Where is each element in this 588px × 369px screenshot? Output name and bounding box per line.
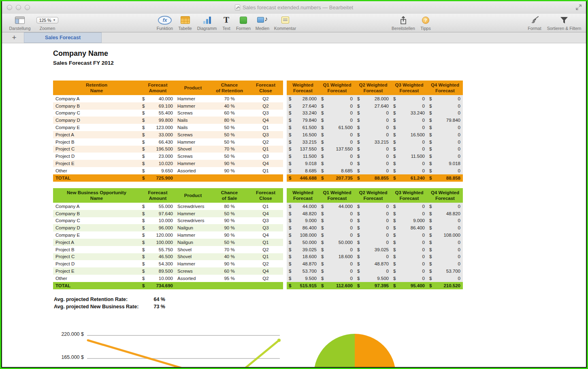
cell-name[interactable]: Project B — [53, 246, 140, 253]
cell-name[interactable]: Company A — [53, 203, 140, 210]
total-cell-chance[interactable] — [211, 174, 248, 182]
cell-q4[interactable]: $0 — [427, 239, 463, 246]
cell-name[interactable]: Other — [53, 275, 140, 282]
fullscreen-icon[interactable] — [575, 4, 582, 11]
cell-close[interactable]: Q3 — [248, 224, 283, 231]
cell-chance[interactable]: 70 % — [211, 246, 248, 253]
cell-wf[interactable]: $27.640 — [287, 102, 319, 110]
cell-q4[interactable]: $0 — [427, 275, 463, 282]
cell-wf[interactable]: $28.000 — [287, 95, 319, 102]
cell-q3[interactable]: $0 — [391, 275, 427, 282]
cell-wf[interactable]: $86.400 — [287, 224, 319, 231]
cell-q2[interactable]: $0 — [355, 224, 391, 231]
format-button[interactable]: Format — [524, 15, 545, 31]
cell-q2[interactable]: $28.000 — [355, 95, 391, 102]
cell-product[interactable]: Assorted — [175, 167, 211, 174]
cell-amount[interactable]: $10.000 — [140, 217, 175, 225]
cell-product[interactable]: Screws — [175, 131, 211, 138]
cell-chance[interactable]: 40 % — [211, 102, 248, 110]
title-bar[interactable]: Sales forecast extended.numbers — Bearbe… — [2, 1, 586, 14]
cell-q4[interactable]: $0 — [427, 167, 463, 174]
cell-wf[interactable]: $48.820 — [287, 210, 319, 217]
cell-product[interactable]: Screwdrivers — [175, 217, 211, 225]
zoom-dropdown[interactable]: 125 % ▼ — [36, 17, 58, 23]
total-cell-amount[interactable]: $734.690 — [140, 282, 175, 289]
total-cell-q4[interactable]: $210.520 — [427, 282, 463, 289]
cell-q4[interactable]: $108.000 — [427, 231, 463, 239]
cell-q2[interactable]: $0 — [355, 110, 391, 117]
cell-q1[interactable]: $0 — [319, 224, 355, 231]
total-cell-q1[interactable]: $112.600 — [319, 282, 355, 289]
cell-q3[interactable]: $0 — [391, 117, 427, 124]
cell-q3[interactable]: $0 — [391, 260, 427, 267]
cell-amount[interactable]: $100.000 — [140, 239, 175, 246]
total-cell-q2[interactable]: $88.855 — [355, 174, 391, 182]
cell-name[interactable]: Project A — [53, 131, 140, 138]
cell-amount[interactable]: $54.300 — [140, 260, 175, 267]
cell-q4[interactable]: $0 — [427, 224, 463, 231]
cell-amount[interactable]: $96.000 — [140, 224, 175, 231]
cell-amount[interactable]: $99.800 — [140, 117, 175, 124]
cell-wf[interactable]: $137.550 — [287, 146, 319, 153]
cell-q2[interactable]: $0 — [355, 203, 391, 210]
cell-close[interactable]: Q4 — [248, 160, 283, 167]
cell-q1[interactable]: $50.000 — [319, 239, 355, 246]
tab-sales-forecast[interactable]: Sales Forecast — [24, 32, 102, 43]
cell-q2[interactable]: $0 — [355, 117, 391, 124]
cell-q1[interactable]: $0 — [319, 231, 355, 239]
cell-q1[interactable]: $44.000 — [319, 203, 355, 210]
cell-amount[interactable]: $55.750 — [140, 246, 175, 253]
cell-chance[interactable]: 80 % — [211, 203, 248, 210]
cell-amount[interactable]: $10.000 — [140, 275, 175, 282]
cell-q2[interactable]: $0 — [355, 146, 391, 153]
cell-q1[interactable]: $0 — [319, 95, 355, 102]
cell-q3[interactable]: $0 — [391, 138, 427, 146]
cell-q2[interactable]: $33.215 — [355, 138, 391, 146]
total-cell-amount[interactable]: $725.900 — [140, 174, 175, 182]
cell-q2[interactable]: $0 — [355, 217, 391, 225]
cell-q1[interactable]: $0 — [319, 153, 355, 160]
column-header-q2[interactable]: Q2 Weighted Forecast — [355, 188, 391, 203]
cell-q2[interactable]: $0 — [355, 267, 391, 275]
cell-amount[interactable]: $196.500 — [140, 146, 175, 153]
cell-close[interactable]: Q1 — [248, 146, 283, 153]
cell-amount[interactable]: $46.500 — [140, 253, 175, 261]
cell-wf[interactable]: $48.870 — [287, 260, 319, 267]
cell-wf[interactable]: $79.840 — [287, 117, 319, 124]
cell-name[interactable]: Project D — [53, 153, 140, 160]
cell-q3[interactable]: $0 — [391, 124, 427, 131]
cell-close[interactable]: Q2 — [248, 260, 283, 267]
cell-q3[interactable]: $33.240 — [391, 110, 427, 117]
cell-name[interactable]: Company C — [53, 217, 140, 225]
cell-close[interactable]: Q4 — [248, 117, 283, 124]
page-title[interactable]: Company Name — [53, 49, 108, 58]
cell-q2[interactable]: $0 — [355, 153, 391, 160]
cell-q1[interactable]: $0 — [319, 138, 355, 146]
cell-close[interactable]: Q2 — [248, 102, 283, 110]
summary-stats[interactable]: Avg. projected Retention Rate: 64 % Avg.… — [54, 296, 165, 310]
cell-name[interactable]: Company B — [53, 102, 140, 110]
cell-q2[interactable]: $9.500 — [355, 275, 391, 282]
cell-product[interactable]: Hammer — [175, 95, 211, 102]
cell-amount[interactable]: $66.430 — [140, 138, 175, 146]
retention-table[interactable]: Retention NameForecast AmountProductChan… — [53, 81, 463, 182]
total-cell-q3[interactable]: $95.400 — [391, 282, 427, 289]
cell-q4[interactable]: $0 — [427, 138, 463, 146]
cell-product[interactable]: Hammer — [175, 160, 211, 167]
cell-wf[interactable]: $50.000 — [287, 239, 319, 246]
cell-chance[interactable]: 50 % — [211, 131, 248, 138]
cell-q1[interactable]: $8.685 — [319, 167, 355, 174]
cell-amount[interactable]: $40.000 — [140, 95, 175, 102]
cell-q2[interactable]: $0 — [355, 239, 391, 246]
cell-q4[interactable]: $0 — [427, 131, 463, 138]
text-button[interactable]: T Text — [219, 15, 234, 31]
cell-name[interactable]: Company E — [53, 231, 140, 239]
cell-wf[interactable]: $16.500 — [287, 131, 319, 138]
cell-q2[interactable]: $0 — [355, 210, 391, 217]
cell-q1[interactable]: $137.550 — [319, 146, 355, 153]
cell-name[interactable]: Company D — [53, 224, 140, 231]
cell-q1[interactable]: $0 — [319, 260, 355, 267]
cell-chance[interactable]: 50 % — [211, 138, 248, 146]
cell-q2[interactable]: $39.025 — [355, 246, 391, 253]
cell-q2[interactable]: $48.870 — [355, 260, 391, 267]
